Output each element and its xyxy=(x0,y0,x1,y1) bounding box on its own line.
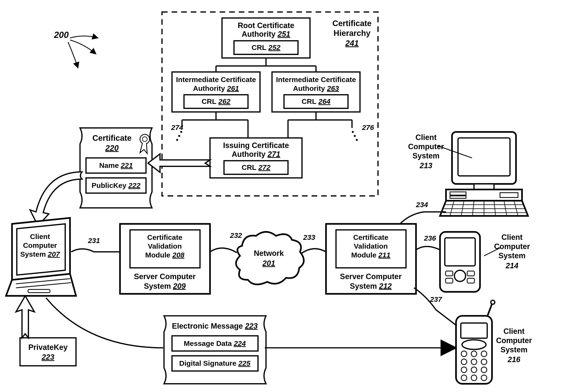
svg-text:Certificate: Certificate xyxy=(147,234,182,242)
laptop-icon: Client Computer System 207 xyxy=(6,218,76,296)
hierarchy-title-1: Certificate xyxy=(332,19,372,28)
svg-point-110 xyxy=(471,351,477,357)
svg-rect-96 xyxy=(467,271,474,276)
svg-text:Client: Client xyxy=(501,233,523,242)
svg-text:Electronic Message 223: Electronic Message 223 xyxy=(172,322,258,330)
svg-text:System 212: System 212 xyxy=(350,282,392,290)
link-231: 231 xyxy=(88,236,100,244)
intermediate-ca-left: Intermediate Certificate Authority 261 C… xyxy=(172,72,260,112)
svg-text:Name 221: Name 221 xyxy=(99,162,133,170)
svg-rect-107 xyxy=(461,323,487,338)
svg-text:CRL 264: CRL 264 xyxy=(302,98,330,106)
privkey-to-laptop-arrow xyxy=(16,296,35,338)
svg-rect-50 xyxy=(28,290,50,293)
svg-point-119 xyxy=(471,375,477,380)
svg-rect-95 xyxy=(446,271,453,276)
cert-title: Certificate xyxy=(93,134,132,142)
svg-text:Certificate: Certificate xyxy=(353,234,388,242)
hierarchy-ref: 241 xyxy=(345,39,359,48)
svg-text:Authority 263: Authority 263 xyxy=(293,84,339,92)
private-key-box: PrivateKey 223 xyxy=(20,338,76,366)
svg-text:Server Computer: Server Computer xyxy=(340,272,402,281)
svg-text:Network: Network xyxy=(254,249,284,258)
diagram-canvas: 200 Certificate Hierarchy 241 Root Certi… xyxy=(0,0,584,392)
network-cloud: Network 201 xyxy=(236,232,304,284)
svg-rect-93 xyxy=(445,238,475,266)
svg-point-25 xyxy=(178,135,180,137)
svg-rect-97 xyxy=(446,278,453,283)
svg-point-31 xyxy=(352,131,354,133)
dots-right-ref: 276 xyxy=(362,124,374,132)
svg-text:216: 216 xyxy=(507,355,520,364)
link-237: 237 xyxy=(430,295,442,303)
electronic-message: Electronic Message 223 Message Data 224 … xyxy=(164,316,266,384)
figure-ref: 200 xyxy=(54,30,98,68)
svg-rect-74 xyxy=(450,192,466,195)
svg-point-26 xyxy=(176,139,178,141)
svg-text:Client: Client xyxy=(503,327,525,336)
svg-point-118 xyxy=(461,375,467,380)
certificate-doc: Certificate 220 Name 221 PublicKey 222 xyxy=(80,128,152,208)
svg-rect-72 xyxy=(474,184,494,190)
hierarchy-title-2: Hierarchy xyxy=(334,29,371,38)
root-ca-box: Root Certificate Authority 251 CRL 252 xyxy=(222,18,310,58)
svg-text:214: 214 xyxy=(505,262,518,270)
svg-point-32 xyxy=(354,135,356,137)
svg-text:Validation: Validation xyxy=(148,242,182,250)
svg-rect-98 xyxy=(467,278,474,283)
svg-point-33 xyxy=(356,139,358,141)
svg-point-113 xyxy=(471,359,477,364)
svg-text:PublicKey 222: PublicKey 222 xyxy=(92,182,140,190)
link-233: 233 xyxy=(303,234,315,242)
svg-point-94 xyxy=(454,270,466,282)
svg-point-111 xyxy=(481,351,487,357)
svg-text:223: 223 xyxy=(42,353,54,361)
link-232: 232 xyxy=(230,232,242,240)
pda-icon: Client Computer System 214 xyxy=(440,232,530,292)
svg-text:Message Data 224: Message Data 224 xyxy=(184,340,246,348)
svg-point-120 xyxy=(481,375,487,380)
cert-ref: 220 xyxy=(105,144,119,152)
issuing-ca-box: Issuing Certificate Authority 271 CRL 27… xyxy=(210,138,302,178)
svg-text:Validation: Validation xyxy=(354,242,388,250)
svg-text:Module 211: Module 211 xyxy=(351,251,390,259)
svg-point-114 xyxy=(481,359,487,364)
svg-text:Issuing Certificate: Issuing Certificate xyxy=(223,141,289,150)
svg-rect-51 xyxy=(20,338,76,366)
svg-text:201: 201 xyxy=(262,259,275,268)
svg-text:Computer: Computer xyxy=(494,242,530,251)
svg-rect-76 xyxy=(500,193,518,198)
svg-text:213: 213 xyxy=(419,162,432,170)
svg-text:Authority 251: Authority 251 xyxy=(242,30,290,38)
svg-text:Intermediate Certificate: Intermediate Certificate xyxy=(176,76,256,84)
dots-left-ref: 274 xyxy=(171,124,183,132)
svg-text:Server Computer: Server Computer xyxy=(134,272,196,281)
svg-text:System 209: System 209 xyxy=(144,282,186,290)
svg-text:Intermediate Certificate: Intermediate Certificate xyxy=(276,76,356,84)
svg-point-108 xyxy=(462,340,486,350)
svg-text:Authority 271: Authority 271 xyxy=(232,150,280,158)
svg-point-106 xyxy=(491,300,495,304)
issuer-to-cert-arrow xyxy=(148,154,210,172)
svg-text:System: System xyxy=(412,152,439,160)
server-right: Certificate Validation Module 211 Server… xyxy=(326,224,416,294)
svg-rect-75 xyxy=(450,196,466,198)
svg-text:Computer: Computer xyxy=(496,336,532,345)
svg-text:System: System xyxy=(498,252,526,260)
svg-text:CRL 252: CRL 252 xyxy=(252,44,280,52)
svg-line-105 xyxy=(487,304,492,316)
svg-text:CRL 272: CRL 272 xyxy=(242,164,270,172)
svg-text:Computer: Computer xyxy=(23,242,57,250)
cert-to-laptop-arrow xyxy=(30,172,82,226)
svg-rect-71 xyxy=(458,138,510,176)
phone-icon: Client Computer System 216 xyxy=(456,300,532,384)
server-left: Certificate Validation Module 208 Server… xyxy=(120,224,210,294)
svg-point-117 xyxy=(481,367,487,372)
svg-point-39 xyxy=(140,134,150,144)
figure-ref-num: 200 xyxy=(54,30,69,40)
svg-text:Module 208: Module 208 xyxy=(145,251,184,259)
svg-text:CRL 262: CRL 262 xyxy=(202,98,231,106)
svg-point-116 xyxy=(471,367,477,372)
svg-point-112 xyxy=(461,359,467,364)
svg-text:Authority 261: Authority 261 xyxy=(193,84,239,92)
